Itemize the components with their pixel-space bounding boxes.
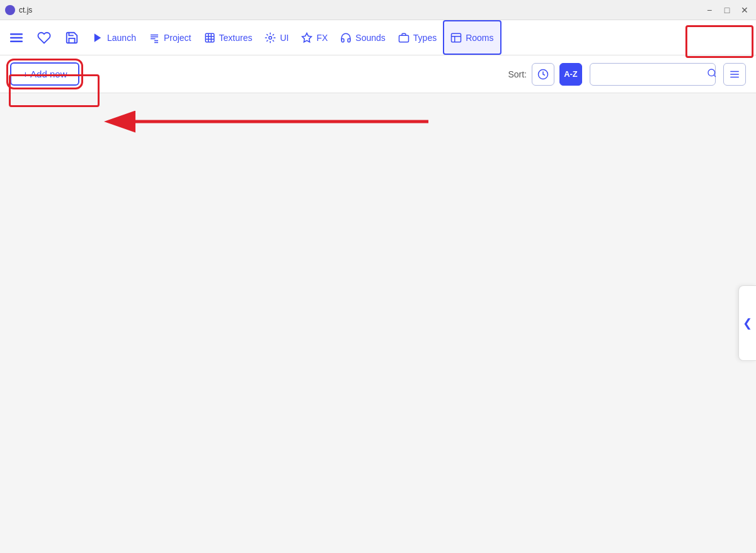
menu-bar: Launch Project Textures UI FX — [0, 20, 756, 55]
save-icon — [65, 31, 79, 45]
heart-icon — [37, 31, 51, 45]
search-box — [590, 63, 716, 86]
app-icon — [5, 5, 15, 15]
svg-point-15 — [708, 69, 715, 76]
sort-label: Sort: — [508, 69, 527, 79]
svg-rect-0 — [10, 33, 23, 35]
maximize-button[interactable]: □ — [721, 4, 733, 16]
launch-icon — [92, 32, 103, 43]
project-icon — [149, 32, 160, 43]
fx-icon — [301, 32, 312, 43]
types-icon — [398, 32, 410, 43]
launch-button[interactable]: Launch — [86, 20, 142, 55]
minimize-button[interactable]: − — [703, 4, 716, 16]
sort-time-button[interactable] — [532, 63, 554, 86]
svg-marker-11 — [302, 33, 312, 42]
textures-icon — [204, 32, 215, 43]
hamburger-button[interactable] — [3, 20, 30, 55]
sort-az-button[interactable]: A-Z — [559, 63, 582, 86]
toolbar: + Add new Sort: A-Z — [0, 55, 756, 93]
rooms-icon — [450, 32, 462, 43]
annotation-overlay — [0, 93, 756, 553]
sounds-icon — [340, 32, 352, 43]
project-button[interactable]: Project — [142, 20, 198, 55]
list-view-button[interactable] — [723, 63, 746, 86]
add-new-button[interactable]: + Add new — [10, 62, 79, 86]
rooms-button[interactable]: Rooms — [443, 20, 501, 55]
svg-line-16 — [714, 75, 716, 77]
ui-button[interactable]: UI — [258, 20, 295, 55]
title-bar: ct.js − □ ✕ — [0, 0, 756, 20]
favorites-button[interactable] — [30, 20, 58, 55]
svg-rect-9 — [205, 33, 214, 42]
chevron-left-icon: ❮ — [743, 316, 752, 330]
app-title: ct.js — [19, 6, 703, 14]
sounds-button[interactable]: Sounds — [334, 20, 391, 55]
clock-icon — [537, 69, 549, 80]
list-view-icon — [729, 69, 740, 80]
window-controls: − □ ✕ — [703, 4, 751, 16]
textures-button[interactable]: Textures — [198, 20, 259, 55]
fx-button[interactable]: FX — [295, 20, 334, 55]
svg-rect-13 — [452, 33, 461, 42]
search-icon — [707, 68, 717, 81]
save-button[interactable] — [58, 20, 86, 55]
types-button[interactable]: Types — [392, 20, 443, 55]
ui-icon — [265, 32, 276, 43]
svg-rect-12 — [399, 35, 408, 42]
search-input[interactable] — [597, 69, 707, 79]
menu-icon — [10, 31, 23, 44]
side-panel-collapse[interactable]: ❮ — [738, 285, 756, 361]
svg-rect-1 — [10, 37, 23, 38]
sort-group: Sort: A-Z — [508, 63, 582, 86]
svg-point-10 — [269, 36, 272, 39]
svg-rect-2 — [10, 40, 23, 42]
main-content: ❮ — [0, 93, 756, 553]
close-button[interactable]: ✕ — [738, 4, 751, 16]
svg-marker-3 — [94, 33, 101, 42]
